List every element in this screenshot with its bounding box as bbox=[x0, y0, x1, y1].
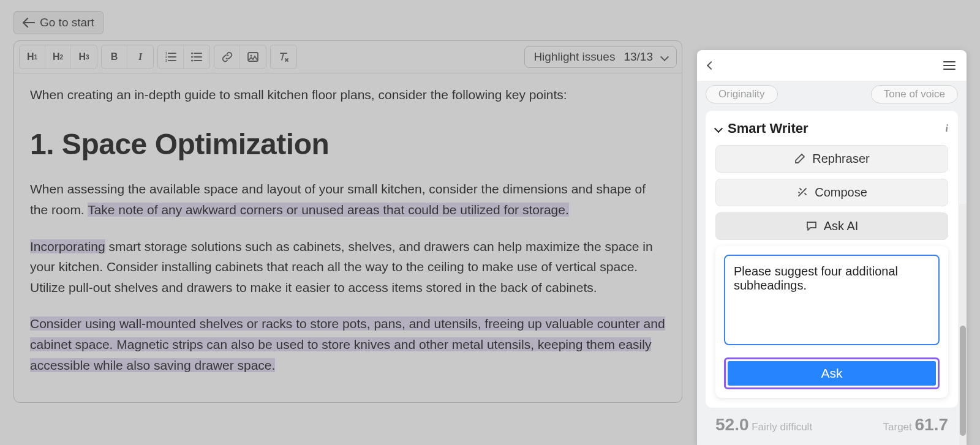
target-value: 61.7 bbox=[915, 415, 949, 434]
image-icon bbox=[247, 52, 258, 62]
paragraph-3: Consider using wall-mounted shelves or r… bbox=[30, 313, 666, 375]
target-label: Target bbox=[883, 421, 912, 433]
panel-back-button[interactable] bbox=[707, 61, 715, 70]
readability-score: 52.0 bbox=[715, 415, 749, 434]
ordered-list-button[interactable]: 123 bbox=[158, 45, 184, 69]
ask-ai-popover: Ask bbox=[715, 246, 948, 398]
highlighted-text: Take note of any awkward corners or unus… bbox=[88, 203, 569, 217]
compose-icon bbox=[796, 186, 809, 198]
h1-button[interactable]: H1 bbox=[20, 45, 45, 69]
paragraph-2: Incorporating smart storage solutions su… bbox=[30, 236, 666, 298]
readability-row: 52.0 Fairly difficult Target 61.7 bbox=[706, 408, 958, 435]
heading-1: 1. Space Optimization bbox=[30, 121, 666, 168]
svg-text:3: 3 bbox=[165, 59, 167, 62]
smart-writer-panel: Originality Tone of voice Smart Writer i… bbox=[697, 50, 967, 445]
h2-button[interactable]: H2 bbox=[45, 45, 71, 69]
italic-button[interactable]: I bbox=[127, 45, 153, 69]
panel-scrollbar-track[interactable] bbox=[959, 204, 967, 446]
chevron-down-icon bbox=[660, 53, 669, 61]
collapse-icon[interactable] bbox=[714, 124, 723, 132]
rephraser-button[interactable]: Rephraser bbox=[715, 145, 948, 173]
panel-scrollbar-thumb[interactable] bbox=[960, 326, 966, 436]
highlight-issues-count: 13/13 bbox=[624, 50, 653, 64]
rephraser-icon bbox=[794, 152, 806, 165]
ordered-list-icon: 123 bbox=[165, 52, 176, 62]
go-to-start-label: Go to start bbox=[40, 16, 94, 29]
link-button[interactable] bbox=[214, 45, 240, 69]
highlighted-text: Magnetic strips can also be used to stor… bbox=[30, 337, 651, 372]
smart-writer-card: Smart Writer i Rephraser Compose Ask AI … bbox=[706, 111, 958, 408]
highlight-issues-dropdown[interactable]: Highlight issues 13/13 bbox=[524, 46, 677, 68]
ask-button-highlight: Ask bbox=[724, 357, 940, 389]
intro-paragraph: When creating an in-depth guide to small… bbox=[30, 84, 666, 105]
image-button[interactable] bbox=[240, 45, 266, 69]
clear-format-icon bbox=[278, 51, 289, 62]
go-to-start-button[interactable]: Go to start bbox=[13, 11, 104, 34]
arrow-left-icon bbox=[23, 18, 35, 28]
editor-pane: H1 H2 H3 B I 123 Highlight issues bbox=[13, 40, 682, 403]
ask-ai-button[interactable]: Ask AI bbox=[715, 212, 948, 240]
svg-point-5 bbox=[191, 60, 193, 62]
clear-format-button[interactable] bbox=[271, 45, 296, 69]
paragraph-1: When assessing the available space and l… bbox=[30, 179, 666, 220]
smart-writer-title: Smart Writer bbox=[728, 121, 809, 136]
info-icon[interactable]: i bbox=[946, 123, 948, 134]
unordered-list-button[interactable] bbox=[184, 45, 209, 69]
compose-button[interactable]: Compose bbox=[715, 179, 948, 206]
tone-pill[interactable]: Tone of voice bbox=[871, 85, 958, 103]
link-icon bbox=[222, 51, 233, 62]
originality-pill[interactable]: Originality bbox=[706, 85, 778, 103]
editor-toolbar: H1 H2 H3 B I 123 Highlight issues bbox=[14, 41, 682, 73]
bold-button[interactable]: B bbox=[102, 45, 127, 69]
readability-label: Fairly difficult bbox=[752, 421, 812, 433]
chat-icon bbox=[805, 220, 818, 232]
h3-button[interactable]: H3 bbox=[71, 45, 97, 69]
unordered-list-icon bbox=[191, 52, 202, 62]
svg-point-7 bbox=[251, 55, 252, 57]
highlighted-text: Incorporating bbox=[30, 239, 105, 253]
highlight-issues-label: Highlight issues bbox=[533, 50, 615, 64]
ask-submit-button[interactable]: Ask bbox=[728, 361, 936, 386]
svg-point-4 bbox=[191, 56, 193, 58]
svg-point-3 bbox=[191, 53, 193, 54]
panel-menu-button[interactable] bbox=[943, 59, 956, 72]
editor-content[interactable]: When creating an in-depth guide to small… bbox=[14, 73, 682, 402]
ask-ai-input[interactable] bbox=[724, 255, 940, 345]
